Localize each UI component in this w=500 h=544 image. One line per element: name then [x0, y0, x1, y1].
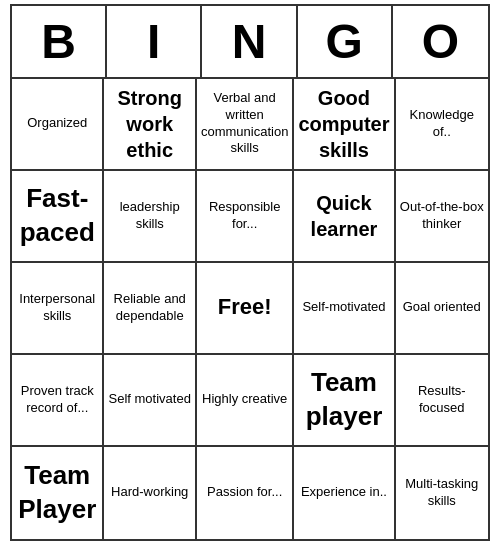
bingo-cell-2: Verbal and written communication skills: [197, 79, 294, 171]
bingo-cell-6: leadership skills: [104, 171, 196, 263]
bingo-cell-21: Hard-working: [104, 447, 196, 539]
bingo-cell-22: Passion for...: [197, 447, 294, 539]
bingo-cell-11: Reliable and dependable: [104, 263, 196, 355]
bingo-header: BINGO: [12, 6, 488, 79]
bingo-cell-19: Results-focused: [396, 355, 488, 447]
bingo-letter-o: O: [393, 6, 488, 77]
bingo-cell-0: Organized: [12, 79, 104, 171]
bingo-cell-7: Responsible for...: [197, 171, 294, 263]
bingo-cell-23: Experience in..: [294, 447, 395, 539]
bingo-cell-18: Team player: [294, 355, 395, 447]
bingo-cell-13: Self-motivated: [294, 263, 395, 355]
bingo-letter-g: G: [298, 6, 393, 77]
bingo-cell-17: Highly creative: [197, 355, 294, 447]
bingo-cell-14: Goal oriented: [396, 263, 488, 355]
bingo-letter-n: N: [202, 6, 297, 77]
bingo-letter-i: I: [107, 6, 202, 77]
bingo-cell-9: Out-of-the-box thinker: [396, 171, 488, 263]
bingo-cell-5: Fast-paced: [12, 171, 104, 263]
bingo-cell-3: Good computer skills: [294, 79, 395, 171]
bingo-cell-4: Knowledge of..: [396, 79, 488, 171]
bingo-grid: OrganizedStrong work ethicVerbal and wri…: [12, 79, 488, 539]
bingo-cell-15: Proven track record of...: [12, 355, 104, 447]
bingo-cell-10: Interpersonal skills: [12, 263, 104, 355]
bingo-cell-20: Team Player: [12, 447, 104, 539]
bingo-card: BINGO OrganizedStrong work ethicVerbal a…: [10, 4, 490, 541]
bingo-cell-1: Strong work ethic: [104, 79, 196, 171]
bingo-cell-24: Multi-tasking skills: [396, 447, 488, 539]
bingo-cell-16: Self motivated: [104, 355, 196, 447]
bingo-letter-b: B: [12, 6, 107, 77]
bingo-cell-8: Quick learner: [294, 171, 395, 263]
bingo-cell-12: Free!: [197, 263, 294, 355]
